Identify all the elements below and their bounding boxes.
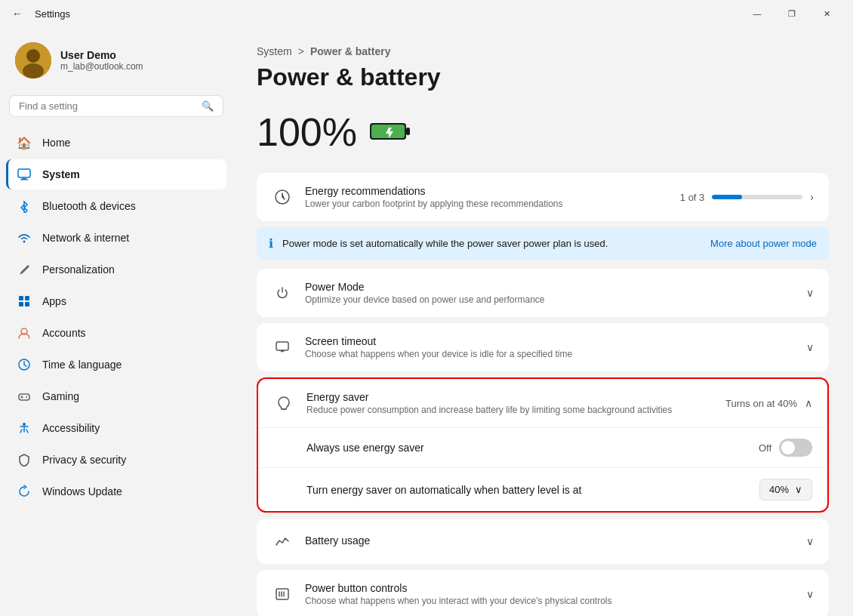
gaming-icon: [17, 389, 32, 404]
power-button-title: Power button controls: [305, 582, 794, 594]
svg-point-2: [23, 63, 44, 79]
energy-saver-auto-label: Turn energy saver on automatically when …: [306, 484, 581, 496]
sidebar-item-update[interactable]: Windows Update: [6, 476, 226, 507]
energy-saver-row[interactable]: Energy saver Reduce power consumption an…: [258, 379, 827, 428]
info-icon: ℹ: [269, 236, 273, 251]
svg-rect-13: [19, 394, 29, 400]
battery-usage-right: ∨: [806, 535, 814, 547]
battery-icon: [369, 116, 411, 149]
energy-saver-status: Turns on at 40%: [725, 398, 797, 409]
power-mode-chevron: ∨: [806, 287, 814, 299]
breadcrumb-arrow: >: [298, 45, 304, 57]
battery-section: 100%: [257, 109, 829, 155]
main-content: System > Power & battery Power & battery…: [232, 27, 853, 616]
svg-rect-9: [19, 302, 23, 306]
power-mode-card: Power Mode Optimize your device based on…: [257, 269, 829, 317]
maximize-button[interactable]: ❐: [774, 2, 809, 26]
energy-saver-auto-right: 40% ∨: [759, 479, 812, 500]
sidebar-item-gaming-label: Gaming: [42, 390, 79, 402]
user-name: User Demo: [60, 49, 143, 61]
minimize-button[interactable]: —: [740, 2, 774, 26]
search-input[interactable]: [19, 100, 196, 112]
breadcrumb: System > Power & battery: [257, 45, 829, 57]
apps-icon: [17, 294, 32, 309]
power-mode-right: ∨: [806, 287, 814, 299]
svg-rect-5: [20, 179, 28, 180]
sidebar-item-personalization[interactable]: Personalization: [6, 254, 226, 285]
power-button-row[interactable]: Power button controls Choose what happen…: [257, 570, 829, 616]
user-info: User Demo m_lab@outlook.com: [60, 49, 143, 72]
always-use-energy-saver-right: Off: [759, 439, 812, 457]
window-controls: — ❐ ✕: [740, 2, 844, 26]
battery-usage-title: Battery usage: [305, 534, 794, 547]
always-use-energy-saver-toggle[interactable]: [779, 439, 812, 457]
back-button[interactable]: ←: [9, 5, 26, 23]
sidebar-item-bluetooth[interactable]: Bluetooth & devices: [6, 191, 226, 221]
sidebar-item-time[interactable]: Time & language: [6, 350, 226, 380]
screen-timeout-row[interactable]: Screen timeout Choose what happens when …: [257, 323, 829, 371]
sidebar-item-personalization-label: Personalization: [42, 263, 115, 276]
breadcrumb-current: Power & battery: [310, 45, 391, 57]
power-mode-row[interactable]: Power Mode Optimize your device based on…: [257, 269, 829, 317]
power-mode-icon: [272, 282, 293, 303]
toggle-knob: [781, 441, 795, 454]
energy-rec-right: 1 of 3 ›: [680, 191, 814, 203]
power-button-desc: Choose what happens when you interact wi…: [305, 596, 794, 606]
energy-recommendations-card: Energy recommendations Lower your carbon…: [257, 173, 829, 221]
sidebar: User Demo m_lab@outlook.com 🔍 🏠 Home Sys…: [0, 27, 232, 616]
svg-point-14: [26, 396, 27, 398]
svg-point-1: [26, 49, 40, 63]
sidebar-item-accounts[interactable]: Accounts: [6, 318, 226, 348]
accounts-icon: [17, 325, 32, 340]
battery-usage-row[interactable]: Battery usage ∨: [257, 519, 829, 564]
power-mode-content: Power Mode Optimize your device based on…: [305, 281, 794, 305]
sidebar-item-privacy[interactable]: Privacy & security: [6, 445, 226, 475]
energy-rec-desc: Lower your carbon footprint by applying …: [305, 199, 668, 209]
sidebar-item-home[interactable]: 🏠 Home: [6, 128, 226, 158]
sidebar-item-system[interactable]: System: [6, 159, 226, 189]
power-button-icon: [272, 584, 293, 605]
energy-recommendations-row[interactable]: Energy recommendations Lower your carbon…: [257, 173, 829, 221]
sidebar-item-bluetooth-label: Bluetooth & devices: [42, 200, 136, 212]
screen-timeout-icon: [272, 337, 293, 358]
energy-saver-percent-dropdown[interactable]: 40% ∨: [759, 479, 812, 500]
accessibility-icon: [17, 420, 32, 436]
sidebar-item-apps[interactable]: Apps: [6, 286, 226, 316]
more-about-power-link[interactable]: More about power mode: [710, 238, 817, 249]
progress-container: [712, 195, 802, 199]
info-banner: ℹ Power mode is set automatically while …: [257, 227, 829, 260]
battery-usage-content: Battery usage: [305, 534, 794, 548]
svg-rect-8: [25, 296, 29, 300]
svg-point-6: [23, 241, 26, 243]
sidebar-item-network-label: Network & internet: [42, 232, 129, 244]
close-button[interactable]: ✕: [809, 2, 844, 26]
svg-rect-10: [25, 302, 29, 306]
system-icon: [17, 167, 32, 182]
screen-timeout-content: Screen timeout Choose what happens when …: [305, 335, 794, 359]
power-button-content: Power button controls Choose what happen…: [305, 582, 794, 606]
sidebar-item-network[interactable]: Network & internet: [6, 223, 226, 253]
energy-saver-desc: Reduce power consumption and increase ba…: [306, 405, 713, 415]
user-email: m_lab@outlook.com: [60, 61, 143, 72]
sidebar-item-gaming[interactable]: Gaming: [6, 381, 226, 411]
power-mode-title: Power Mode: [305, 281, 794, 293]
avatar: [15, 42, 51, 79]
energy-rec-progress-label: 1 of 3: [680, 192, 705, 203]
progress-bar-bg: [712, 195, 802, 199]
sidebar-item-accessibility[interactable]: Accessibility: [6, 413, 226, 443]
sidebar-item-accounts-label: Accounts: [42, 327, 86, 339]
energy-rec-icon: [272, 186, 293, 208]
energy-saver-chevron: ∧: [805, 397, 812, 409]
power-button-card: Power button controls Choose what happen…: [257, 570, 829, 616]
sidebar-item-apps-label: Apps: [42, 295, 66, 307]
battery-usage-chevron: ∨: [806, 535, 814, 547]
search-box[interactable]: 🔍: [9, 95, 223, 117]
energy-saver-auto-row: Turn energy saver on automatically when …: [258, 468, 827, 511]
privacy-icon: [17, 452, 32, 467]
always-use-energy-saver-row: Always use energy saver Off: [258, 428, 827, 468]
battery-usage-card: Battery usage ∨: [257, 519, 829, 564]
bluetooth-icon: [17, 199, 32, 214]
battery-percent: 100%: [257, 109, 357, 155]
always-use-energy-saver-status: Off: [759, 442, 771, 454]
svg-rect-3: [18, 169, 30, 177]
